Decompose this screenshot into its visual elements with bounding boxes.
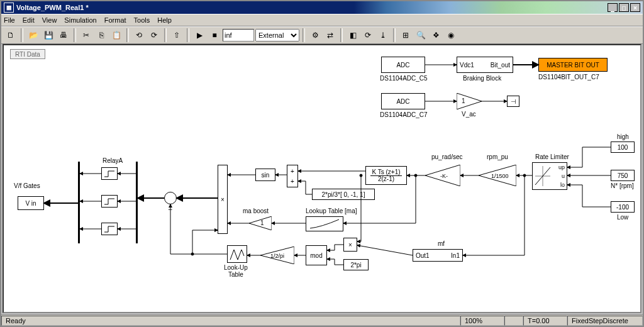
block-const-low[interactable]: -100	[611, 201, 635, 213]
open-icon[interactable]: 📂	[26, 28, 40, 42]
minimize-button[interactable]: _	[608, 3, 618, 12]
block-relay-2[interactable]	[101, 195, 118, 208]
bus-right	[136, 162, 138, 243]
refresh-icon[interactable]: ⟳	[361, 28, 375, 42]
label-mf: mf	[438, 240, 445, 247]
svg-point-29	[360, 174, 362, 177]
label-high: high	[617, 133, 629, 140]
app-icon: ▦	[4, 3, 14, 13]
block-lut[interactable]	[227, 245, 247, 263]
save-icon[interactable]: 💾	[42, 28, 55, 42]
menu-file[interactable]: File	[4, 16, 15, 24]
print-icon[interactable]: 🖶	[57, 28, 70, 42]
bus-left	[78, 162, 80, 243]
port-vdc1: Vdc1	[460, 62, 474, 69]
menu-format[interactable]: Format	[104, 16, 126, 24]
block-const-nstar[interactable]: 750	[611, 170, 635, 181]
label-adc2-name: DS1104ADC_C7	[380, 111, 428, 118]
undo-icon[interactable]: ⟲	[132, 28, 146, 42]
block-const-high[interactable]: 100	[611, 141, 635, 153]
stop-icon[interactable]: ■	[208, 28, 221, 42]
block-gain-pu-rad[interactable]: -K-	[425, 165, 460, 186]
block-gain-ma[interactable]: 1	[249, 216, 272, 230]
label-low: Low	[617, 214, 628, 221]
block-sin[interactable]: sin	[255, 169, 275, 181]
block-const-phase[interactable]: 2*pi/3*[ 0, -1, 1]	[312, 189, 375, 200]
status-zoom: 100%	[460, 316, 504, 326]
block-mod[interactable]: mod	[306, 245, 327, 265]
debug-icon[interactable]: ❖	[429, 28, 443, 42]
update-icon[interactable]: ⤓	[376, 28, 390, 42]
svg-point-33	[191, 253, 194, 255]
block-gain-rpm-pu[interactable]: 1/1500	[479, 165, 516, 186]
svg-text:-K-: -K-	[440, 173, 448, 179]
status-ready: Ready	[1, 316, 460, 326]
block-relay-3[interactable]	[101, 223, 118, 235]
block-product-mf[interactable]: ×	[343, 238, 357, 252]
maximize-button[interactable]: □	[619, 3, 629, 12]
label-lookup-ma: Lookup Table [ma]	[306, 208, 357, 214]
block-braking[interactable]: Vdc1 Bit_out	[457, 57, 513, 73]
block-terminator[interactable]: ⊣	[507, 96, 519, 107]
copy-icon[interactable]: ⎘	[94, 28, 108, 42]
label-rpm-pu: rpm_pu	[487, 153, 508, 160]
menu-tools[interactable]: Tools	[134, 16, 150, 24]
block-gain-vac[interactable]: 1	[457, 93, 482, 109]
label-vac: V_ac	[462, 111, 476, 118]
new-icon[interactable]: 🗋	[4, 28, 18, 42]
run-icon[interactable]: ▶	[192, 28, 206, 42]
svg-text:1/2/pi: 1/2/pi	[270, 253, 284, 259]
paste-icon[interactable]: 📋	[109, 28, 123, 42]
cut-icon[interactable]: ✂	[79, 28, 93, 42]
sim-mode-select[interactable]: External	[255, 29, 299, 42]
target-icon[interactable]: ◉	[444, 28, 458, 42]
toolbar: 🗋 📂 💾 🖶 ✂ ⎘ 📋 ⟲ ⟳ ⇧ ▶ ■ External ⚙ ⇄ ◧ ⟳…	[1, 26, 643, 44]
window-title: Voltage_PWM_Real1 *	[16, 4, 89, 11]
block-vin[interactable]: V in	[18, 196, 44, 210]
label-ma-boost: ma boost	[243, 208, 269, 214]
status-bar: Ready 100% T=0.00 FixedStepDiscrete	[1, 314, 643, 326]
svg-point-27	[523, 174, 526, 177]
block-adc1[interactable]: ADC	[381, 57, 425, 73]
block-adc2[interactable]: ADC	[381, 93, 425, 109]
status-solver: FixedStepDiscrete	[567, 316, 643, 326]
block-mf[interactable]: Out1In1	[413, 249, 463, 262]
block-gain-half-pi[interactable]: 1/2/pi	[260, 247, 294, 264]
block-integrator[interactable]: K Ts (z+1) 2(z-1)	[365, 166, 407, 185]
svg-text:1/1500: 1/1500	[491, 173, 509, 179]
svg-text:1: 1	[462, 97, 465, 104]
svg-marker-0	[457, 93, 482, 109]
model-canvas[interactable]: RTI Data ADC DS1104ADC_C5 Vdc1 Bit_out B…	[3, 44, 641, 313]
redo-icon[interactable]: ⟳	[147, 28, 161, 42]
build-icon[interactable]: ⚙	[308, 28, 322, 42]
block-master-bitout[interactable]: MASTER BIT OUT	[538, 58, 608, 72]
nav-up-icon[interactable]: ⇧	[170, 28, 184, 42]
label-braking: Braking Block	[463, 75, 501, 82]
svg-line-28	[357, 245, 413, 255]
menu-view[interactable]: View	[42, 16, 57, 24]
label-pu-rad: pu_rad/sec	[431, 153, 462, 160]
block-sum-phase[interactable]: ++	[287, 165, 298, 187]
label-lut: Look-Up Table	[224, 264, 248, 278]
block-rate-limiter[interactable]: up u lo	[532, 162, 567, 190]
connect-icon[interactable]: ⇄	[323, 28, 337, 42]
tune-icon[interactable]: ◧	[346, 28, 360, 42]
svg-point-24	[414, 174, 417, 177]
library-icon[interactable]: ⊞	[399, 28, 413, 42]
model-explorer-icon[interactable]: 🔍	[414, 28, 428, 42]
block-const-2pi[interactable]: 2*pi	[343, 259, 369, 270]
block-product-main[interactable]: ×	[218, 165, 228, 234]
block-relay-1[interactable]	[101, 167, 118, 180]
menu-bar[interactable]: File Edit View Simulation Format Tools H…	[1, 14, 643, 26]
menu-edit[interactable]: Edit	[23, 16, 35, 24]
block-lookup-ma[interactable]	[306, 216, 343, 231]
label-ratelim: Rate Limiter	[535, 153, 569, 160]
rti-data-button[interactable]: RTI Data	[10, 49, 45, 59]
menu-help[interactable]: Help	[157, 16, 172, 24]
title-bar[interactable]: ▦ Voltage_PWM_Real1 * _ □ ×	[1, 1, 643, 14]
block-sum-compare[interactable]	[164, 192, 177, 204]
close-button[interactable]: ×	[630, 3, 640, 12]
menu-simulation[interactable]: Simulation	[64, 16, 96, 24]
stoptime-input[interactable]	[223, 29, 254, 42]
label-master: DS1104BIT_OUT_C7	[538, 74, 599, 80]
